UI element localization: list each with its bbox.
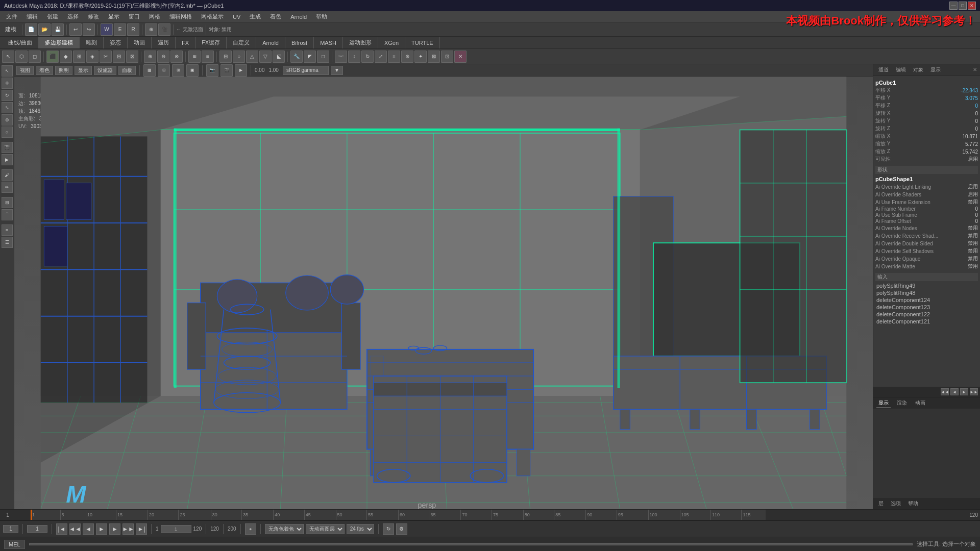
tab-turtle[interactable]: TURTLE xyxy=(405,37,440,48)
vp-srgb-arrow[interactable]: ▼ xyxy=(331,66,343,75)
tb-move[interactable]: W xyxy=(101,23,113,36)
rp-tab-object[interactable]: 对象 xyxy=(911,66,925,73)
rpl-input-1[interactable]: polySplitRing48 xyxy=(875,289,978,296)
menu-generate[interactable]: 生成 xyxy=(246,12,265,21)
tb-save[interactable]: 💾 xyxy=(52,23,64,36)
vp-lighting[interactable]: 照明 xyxy=(55,66,72,75)
tb-quad[interactable]: □ xyxy=(317,51,329,63)
tb-bevel[interactable]: ◆ xyxy=(60,51,72,63)
tb-new[interactable]: 📄 xyxy=(25,23,37,36)
frame-start-input[interactable] xyxy=(3,525,18,533)
lt-list[interactable]: ☰ xyxy=(2,237,13,248)
rp-close-btn[interactable]: ✕ xyxy=(973,67,977,72)
close-button[interactable]: ✕ xyxy=(968,2,976,10)
rpl-input-0[interactable]: polySplitRing49 xyxy=(875,282,978,289)
rp-translate-z-val[interactable]: 0 xyxy=(947,103,978,109)
vp-tb4[interactable]: ▣ xyxy=(186,64,199,77)
menu-file[interactable]: 文件 xyxy=(2,12,21,21)
vp-tb3[interactable]: ⊞ xyxy=(172,64,184,77)
menu-mesh[interactable]: 网格 xyxy=(145,12,164,21)
rp-scroll-right-right[interactable]: ►► xyxy=(970,388,978,395)
tab-anim[interactable]: 动画 xyxy=(128,37,152,48)
tb-bridge[interactable]: ⊞ xyxy=(73,51,85,63)
lt-snap-grid[interactable]: ⊞ xyxy=(2,197,13,208)
tab-traverse[interactable]: 遍历 xyxy=(152,37,176,48)
rp-shape-val-7[interactable]: 禁用 xyxy=(947,232,978,239)
tab-bifrost[interactable]: Bifrost xyxy=(285,37,314,48)
rp-shape-val-5[interactable]: 0 xyxy=(947,218,978,224)
vp-cam-tb2[interactable]: 🎬 xyxy=(220,64,233,77)
vp-tb1[interactable]: ▦ xyxy=(143,64,156,77)
rp-translate-x-val[interactable]: -22.843 xyxy=(947,88,978,93)
minimize-button[interactable]: — xyxy=(949,2,958,10)
rp-tab-display[interactable]: 显示 xyxy=(928,66,943,73)
lt-scale[interactable]: ⤡ xyxy=(2,102,13,113)
lt-universal[interactable]: ⊕ xyxy=(2,114,13,126)
menu-arnold[interactable]: Arnold xyxy=(286,13,311,21)
rp-scale-z-val[interactable]: 15.742 xyxy=(947,149,978,155)
rp-scale-y-val[interactable]: 5.772 xyxy=(947,141,978,147)
fps-select[interactable]: 24 fps xyxy=(347,524,374,534)
rpl-input-4[interactable]: deleteComponent122 xyxy=(875,311,978,318)
viewport[interactable]: 视图 着色 照明 显示 设施器 面板 ▦ ⊟ ⊞ ▣ 📷 🎬 ▶ 0.00 1.… xyxy=(14,64,873,509)
tab-motion-graphics[interactable]: 运动图形 xyxy=(343,37,378,48)
lt-snap-curve[interactable]: ⌒ xyxy=(2,209,13,220)
tb-triangulate[interactable]: ◤ xyxy=(304,51,316,63)
tb-flip[interactable]: ↕ xyxy=(348,51,360,63)
tb-lasso[interactable]: ⬡ xyxy=(15,51,28,63)
tab-mash[interactable]: MASH xyxy=(314,37,343,48)
lt-paint[interactable]: 🖌 xyxy=(2,169,13,181)
play-go-start[interactable]: |◄ xyxy=(56,523,67,535)
color-mode-select[interactable]: 无角色着色 xyxy=(265,524,304,534)
lt-layers[interactable]: ≡ xyxy=(2,224,13,236)
tb-snap[interactable]: ⊕ xyxy=(145,23,157,36)
timeline-ruler[interactable]: 1 5 10 15 20 25 30 35 40 45 50 55 60 65 … xyxy=(31,510,766,520)
tab-fx-cache[interactable]: FX缓存 xyxy=(195,37,227,48)
tb-separate[interactable]: ⊖ xyxy=(157,51,169,63)
mel-input[interactable] xyxy=(29,543,913,545)
tb-mirror[interactable]: ⊟ xyxy=(219,51,232,63)
window-controls[interactable]: — □ ✕ xyxy=(949,2,976,10)
lt-select[interactable]: ↖ xyxy=(2,65,13,77)
sb-mode[interactable]: MEL xyxy=(4,540,25,549)
menu-help[interactable]: 帮助 xyxy=(312,12,331,21)
tb-boolean[interactable]: ⊗ xyxy=(170,51,183,63)
rpl-tab-anim[interactable]: 动画 xyxy=(913,398,927,408)
tb-wedge[interactable]: ⬕ xyxy=(273,51,285,63)
scene-3d[interactable]: 面: 10815 边: 39830 388 顶: 18461 625 主角彩: … xyxy=(14,77,873,509)
tb-wrap[interactable]: ⊛ xyxy=(401,51,413,63)
menu-shade[interactable]: 着色 xyxy=(266,12,285,21)
rp-shape-val-0[interactable]: 启用 xyxy=(947,183,978,190)
tb-spin[interactable]: ↻ xyxy=(361,51,374,63)
rp-shape-val-3[interactable]: 0 xyxy=(947,206,978,212)
play-go-end[interactable]: ►| xyxy=(136,523,147,535)
rpl-footer-layers[interactable]: 层 xyxy=(876,499,886,508)
tb-reduce[interactable]: △ xyxy=(246,51,258,63)
rp-scale-x-val[interactable]: 10.871 xyxy=(947,134,978,139)
tab-curve-surface[interactable]: 曲线/曲面 xyxy=(2,37,39,48)
tb-smooth[interactable]: ○ xyxy=(233,51,245,63)
rpl-input-3[interactable]: deleteComponent123 xyxy=(875,304,978,311)
rpl-footer-help[interactable]: 帮助 xyxy=(906,499,920,508)
vp-panel[interactable]: 面板 xyxy=(118,66,136,75)
tab-poly[interactable]: 多边形建模 xyxy=(39,37,80,48)
play-prev-key[interactable]: ◄◄ xyxy=(69,523,81,535)
tb-open[interactable]: 📂 xyxy=(38,23,51,36)
tb-merge[interactable]: ◈ xyxy=(86,51,99,63)
lt-soft[interactable]: ○ xyxy=(2,127,13,138)
vp-renderer[interactable]: 设施器 xyxy=(94,66,116,75)
rpl-tab-display[interactable]: 显示 xyxy=(876,398,891,408)
tb-select[interactable]: ↖ xyxy=(2,51,14,63)
tab-sculpt[interactable]: 雕刻 xyxy=(80,37,104,48)
anim-mode-select[interactable]: 无动画图层 xyxy=(306,524,345,534)
rp-shape-val-11[interactable]: 禁用 xyxy=(947,263,978,270)
tb-insert-loop[interactable]: ⊟ xyxy=(113,51,125,63)
rp-scroll-right[interactable]: ► xyxy=(960,388,968,395)
play-play[interactable]: ► xyxy=(96,523,107,535)
rp-translate-y-val[interactable]: 3.075 xyxy=(947,95,978,101)
lt-rotate[interactable]: ↻ xyxy=(2,90,13,101)
rp-tab-edit[interactable]: 编辑 xyxy=(894,66,908,73)
maximize-button[interactable]: □ xyxy=(959,2,967,10)
loop-button[interactable]: ↻ xyxy=(383,523,394,535)
rp-rotate-y-val[interactable]: 0 xyxy=(947,118,978,124)
